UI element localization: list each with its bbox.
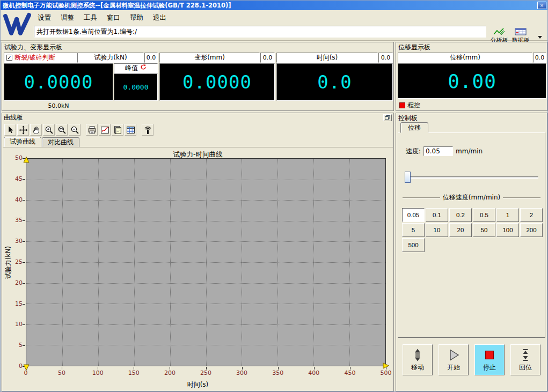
speed-option-10[interactable]: 10	[426, 223, 448, 237]
speed-option-200[interactable]: 200	[520, 223, 543, 237]
speed-option-100[interactable]: 100	[496, 223, 519, 237]
slider-track[interactable]	[405, 176, 538, 179]
pan-hand-icon	[32, 125, 41, 135]
grid-line-h	[26, 304, 385, 304]
speed-option-500[interactable]: 500	[402, 238, 425, 252]
axis-marker-right[interactable]	[383, 363, 389, 369]
export-curve-button[interactable]	[99, 124, 111, 136]
speed-group-label: 位移速度(mm/min)	[443, 193, 500, 202]
x-tick-label: 400	[308, 369, 319, 376]
menu-item-4[interactable]: 窗口	[102, 12, 125, 24]
x-tick-label: 350	[272, 369, 283, 376]
speed-option-0.05[interactable]: 0.05	[402, 208, 425, 222]
menu-item-2[interactable]: 调整	[56, 12, 79, 24]
speed-option-5[interactable]: 5	[402, 223, 425, 237]
zoom-in-button[interactable]	[43, 124, 55, 136]
axis-marker-top[interactable]	[23, 157, 30, 163]
speed-option-1[interactable]: 1	[496, 208, 519, 222]
chevron-down-icon	[538, 36, 542, 41]
speed-label: 速度:	[406, 147, 421, 156]
grid-line-h	[26, 200, 385, 201]
control-content: 速度: mm/min 位移速度(mm/min) 0.050.10.20.5125…	[398, 132, 545, 338]
force-display: 0.0000	[4, 63, 113, 101]
force-range-label: 50.0kN	[4, 102, 113, 109]
refresh-peak-icon[interactable]	[140, 64, 147, 73]
displacement-display: 0.00	[398, 63, 546, 99]
zoom-window-button[interactable]	[56, 124, 68, 136]
menu-item-3[interactable]: 工具	[79, 12, 102, 24]
slider-thumb[interactable]	[405, 172, 411, 183]
y-tick-label: 45	[5, 175, 23, 182]
tab-compare-curve[interactable]: 对比曲线	[42, 137, 79, 147]
grid-line-h	[26, 283, 385, 284]
peak-label: 峰值	[125, 64, 138, 73]
speed-option-20[interactable]: 20	[449, 223, 472, 237]
menu-item-6[interactable]: 退出	[148, 12, 171, 24]
close-icon: ×	[540, 3, 543, 9]
fracture-judge-checkbox[interactable]: ✓ 断裂/破碎判断	[4, 53, 77, 63]
select-cursor-button[interactable]	[4, 124, 16, 136]
y-tick-label: 0	[5, 363, 23, 369]
move-button[interactable]: 移动	[403, 344, 433, 375]
control-panel-title: 控制板	[396, 113, 547, 122]
y-tick-mark	[23, 220, 25, 221]
tab-test-curve[interactable]: 试验曲线	[4, 137, 41, 147]
y-tick-label: 5	[5, 342, 23, 349]
y-tick-mark	[23, 262, 25, 263]
speed-option-0.2[interactable]: 0.2	[449, 208, 472, 222]
curve-panel: 曲线板 试验曲线对比曲线 试验力-时间曲线 试验力(kN) 时间(s) 0501…	[2, 113, 394, 391]
speed-option-50[interactable]: 50	[473, 223, 495, 237]
print-button[interactable]	[86, 124, 98, 136]
y-tick-mark	[23, 345, 25, 346]
move-crosshair-button[interactable]	[17, 124, 29, 136]
home-label: 回位	[519, 363, 532, 372]
report-button[interactable]	[112, 124, 123, 136]
stop-icon	[483, 348, 496, 362]
move-label: 移动	[411, 363, 424, 372]
data-grid-button[interactable]	[125, 124, 136, 136]
y-tick-label: 25	[5, 258, 23, 265]
y-tick-mark	[23, 283, 25, 284]
x-tick-label: 50	[58, 369, 65, 376]
x-axis-label: 时间(s)	[3, 380, 393, 389]
speed-option-0.1[interactable]: 0.1	[426, 208, 448, 222]
x-tick-label: 200	[164, 369, 176, 376]
deform-aux-value: 0.0	[260, 53, 275, 63]
curve-tabs: 试验曲线对比曲线	[4, 137, 80, 147]
close-button[interactable]: ×	[537, 2, 546, 9]
start-label: 开始	[447, 363, 460, 372]
speed-option-0.5[interactable]: 0.5	[473, 208, 495, 222]
zoom-out-button[interactable]	[69, 124, 81, 136]
tab-displacement[interactable]: 位移	[400, 122, 428, 133]
popout-icon	[385, 115, 390, 120]
pan-hand-button[interactable]	[30, 124, 42, 136]
home-button[interactable]: 回位	[510, 344, 540, 375]
y-tick-label: 50	[5, 154, 23, 161]
brand-logo	[3, 12, 32, 39]
speed-slider[interactable]	[405, 171, 538, 184]
displacement-display-panel: 位移显示板 位移(mm) 0.0 0.00 程控	[396, 42, 547, 111]
y-tick-mark	[23, 304, 25, 305]
menu-item-1[interactable]: 设置	[33, 12, 56, 24]
more-tools-dropdown[interactable]	[536, 34, 544, 40]
axis-marker-origin[interactable]	[23, 364, 30, 371]
action-buttons: 移动开始停止回位	[396, 344, 547, 375]
plot-area[interactable]	[26, 158, 386, 366]
popout-panel-button[interactable]	[383, 114, 392, 121]
analysis-board-icon	[493, 27, 506, 36]
stop-button[interactable]: 停止	[474, 344, 505, 375]
start-button[interactable]: 开始	[439, 344, 469, 375]
signal-button[interactable]	[142, 124, 154, 136]
speed-option-2[interactable]: 2	[520, 208, 543, 222]
speed-input[interactable]	[423, 146, 453, 156]
speed-group: 位移速度(mm/min)	[403, 193, 540, 202]
program-control-indicator: 程控	[399, 101, 420, 110]
force-aux-value: 0.0	[144, 53, 158, 63]
speed-row: 速度: mm/min	[406, 146, 483, 156]
data-board-icon	[514, 27, 527, 36]
force-display-panel: 试验力、变形显示板 ✓ 断裂/破碎判断 试验力(kN) 0.0 0.0000 峰…	[2, 42, 394, 111]
report-icon	[113, 125, 122, 135]
control-panel: 控制板 位移 速度: mm/min 位移速度(mm/min) 0.050.10.…	[396, 113, 547, 391]
zoom-window-icon	[57, 125, 67, 135]
menu-item-5[interactable]: 帮助	[125, 12, 148, 24]
